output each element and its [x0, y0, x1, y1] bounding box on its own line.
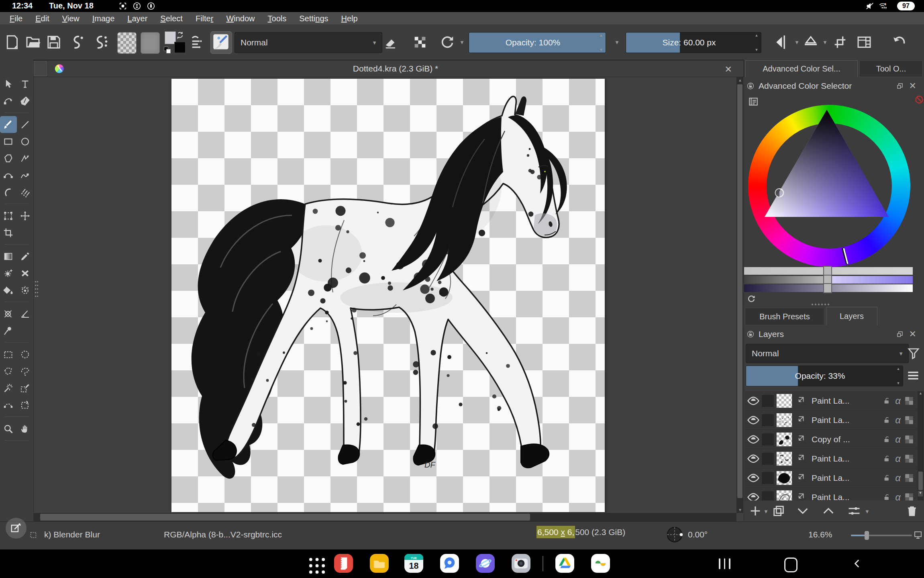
- mirror-vertical-caret[interactable]: ▼: [794, 39, 800, 45]
- nav-home-button[interactable]: [784, 558, 798, 572]
- opacity-slider[interactable]: Opacity: 100% ▲▼: [469, 32, 606, 53]
- layer-thumbnail[interactable]: [776, 413, 792, 427]
- inherit-alpha-icon[interactable]: [795, 453, 806, 464]
- menu-settings[interactable]: Settings: [293, 12, 335, 25]
- tool-bezier-select[interactable]: [0, 396, 17, 413]
- new-image-icon[interactable]: [2, 33, 22, 52]
- messages-app-icon[interactable]: [440, 554, 459, 573]
- pattern-chooser-swatch[interactable]: [141, 32, 160, 54]
- tool-enclose-fill[interactable]: [17, 282, 34, 298]
- layer-visibility-icon[interactable]: [747, 490, 760, 501]
- current-brush-name[interactable]: k) Blender Blur: [44, 530, 100, 539]
- layer-row[interactable]: Paint La... α: [745, 411, 918, 430]
- add-layer-caret[interactable]: ▼: [763, 509, 769, 515]
- shade-slider-3-handle[interactable]: [823, 283, 832, 293]
- inherit-alpha-icon[interactable]: [795, 473, 806, 483]
- size-slider[interactable]: Size: 60.00 px ▲▼: [626, 32, 761, 53]
- canvas-vscrollbar[interactable]: ▲ ▼: [736, 77, 743, 513]
- layer-visibility-icon[interactable]: [747, 452, 760, 466]
- save-icon[interactable]: [44, 33, 63, 52]
- notes-app-icon[interactable]: [334, 554, 353, 573]
- layer-opacity-slider[interactable]: Opacity: 33% ▲▼: [746, 366, 903, 386]
- camera-app-icon[interactable]: [512, 554, 530, 573]
- layer-color-label[interactable]: [762, 453, 774, 465]
- mirror-horizontal-caret[interactable]: ▼: [822, 39, 828, 45]
- layer-visibility-icon[interactable]: [747, 433, 760, 446]
- refresh-shades-icon[interactable]: [747, 294, 756, 304]
- layer-alpha-lock-icon[interactable]: α: [895, 434, 901, 445]
- tool-ellipse[interactable]: [17, 133, 34, 150]
- layer-thumbnail[interactable]: [776, 471, 792, 485]
- eraser-mode-icon[interactable]: [381, 33, 401, 52]
- tool-rect-select[interactable]: [0, 346, 17, 363]
- tool-transform[interactable]: [0, 207, 17, 224]
- menu-filter[interactable]: Filter: [189, 12, 220, 25]
- inherit-alpha-icon[interactable]: [795, 492, 806, 501]
- canvas-rotation-dial[interactable]: [666, 526, 683, 543]
- layer-list-scrollbar[interactable]: ▲ ▼: [918, 391, 924, 500]
- trim-canvas-icon[interactable]: [830, 33, 850, 52]
- layer-color-label[interactable]: [762, 491, 774, 501]
- calendar-app-icon[interactable]: TUE 18: [404, 554, 423, 573]
- canvas-document[interactable]: DF: [171, 79, 605, 512]
- layer-color-label[interactable]: [762, 472, 774, 484]
- layer-alpha-inherit-icon[interactable]: [904, 434, 914, 445]
- canvas-area[interactable]: DF ▲ ▼: [34, 77, 744, 521]
- tool-freehand-path[interactable]: [17, 167, 34, 184]
- nav-back-button[interactable]: [852, 558, 863, 570]
- tool-crop[interactable]: [0, 224, 17, 241]
- tool-freehand-brush[interactable]: [0, 116, 17, 133]
- layer-thumbnail[interactable]: [776, 394, 792, 408]
- tool-magnetic-select[interactable]: [17, 396, 34, 413]
- docker-resize-handle[interactable]: [812, 304, 829, 305]
- menu-help[interactable]: Help: [335, 12, 364, 25]
- gradient-chooser-swatch[interactable]: [117, 32, 137, 54]
- swap-colors-icon[interactable]: [176, 31, 185, 40]
- float-docker-icon[interactable]: [896, 82, 904, 90]
- brush-preset-icon[interactable]: [210, 31, 232, 54]
- layer-alpha-lock-icon[interactable]: α: [895, 492, 901, 501]
- layer-alpha-inherit-icon[interactable]: [904, 492, 914, 501]
- tool-ellipse-select[interactable]: [17, 346, 34, 363]
- layer-visibility-icon[interactable]: [747, 413, 760, 427]
- menu-file[interactable]: File: [3, 12, 29, 25]
- tab-layers[interactable]: Layers: [826, 307, 877, 325]
- docker-lock-icon[interactable]: [747, 330, 755, 338]
- tabbar-corner-button[interactable]: [34, 61, 47, 76]
- brush-editor-icon[interactable]: [188, 33, 207, 52]
- internet-app-icon[interactable]: [476, 554, 495, 573]
- image-dimensions[interactable]: 6,500 x 6,500 (2.3 GiB): [536, 527, 625, 537]
- close-docker-icon[interactable]: ✕: [909, 81, 916, 91]
- tool-measure[interactable]: [17, 305, 34, 322]
- menu-layer[interactable]: Layer: [121, 12, 154, 25]
- photos-app-icon[interactable]: [591, 554, 610, 573]
- stroke-stabilizer-icon[interactable]: [92, 33, 111, 52]
- layer-row[interactable]: Paint La... α: [745, 488, 918, 500]
- menu-window[interactable]: Window: [220, 12, 261, 25]
- layer-alpha-inherit-icon[interactable]: [904, 453, 914, 464]
- my-files-app-icon[interactable]: [370, 554, 389, 573]
- inherit-alpha-icon[interactable]: [795, 396, 806, 406]
- reload-preset-icon[interactable]: [438, 33, 457, 52]
- layer-row[interactable]: Paint La... α: [745, 449, 918, 468]
- layers-menu-icon[interactable]: [906, 368, 921, 383]
- layer-alpha-inherit-icon[interactable]: [904, 415, 914, 425]
- layer-alpha-inherit-icon[interactable]: [904, 396, 914, 406]
- menu-edit[interactable]: Edit: [29, 12, 55, 25]
- tool-fill[interactable]: [0, 282, 17, 298]
- tab-advanced-color-selector[interactable]: Advanced Color Sel...: [745, 60, 858, 77]
- layer-lock-icon[interactable]: [883, 396, 892, 405]
- fit-to-screen-icon[interactable]: [913, 530, 923, 539]
- layer-row[interactable]: Copy of ... α: [745, 430, 918, 449]
- menu-image[interactable]: Image: [86, 12, 121, 25]
- saturation-value-triangle[interactable]: [748, 105, 910, 267]
- layer-properties-caret[interactable]: ▼: [865, 509, 870, 515]
- tool-polygon[interactable]: [0, 150, 17, 167]
- mirror-horizontal-icon[interactable]: [801, 33, 820, 52]
- float-docker-icon[interactable]: [896, 331, 904, 338]
- layer-visibility-icon[interactable]: [747, 394, 760, 408]
- selection-mode-icon[interactable]: [29, 531, 38, 539]
- mirror-vertical-icon[interactable]: [773, 33, 792, 52]
- undo-icon[interactable]: [890, 33, 909, 52]
- document-tab[interactable]: Dotted4.kra (2.3 GiB) * ✕: [47, 60, 744, 77]
